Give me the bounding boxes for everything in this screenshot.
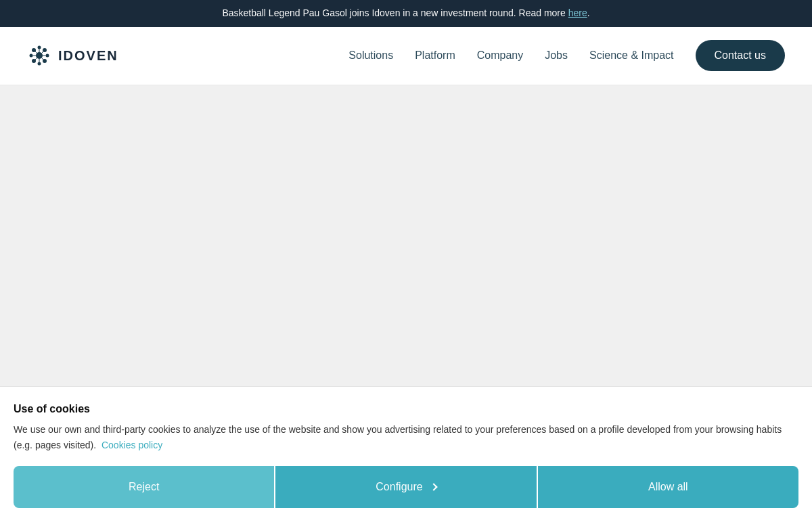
svg-line-15 bbox=[35, 58, 37, 60]
svg-line-16 bbox=[42, 58, 44, 60]
main-content bbox=[0, 85, 812, 388]
logo-text: IDOVEN bbox=[58, 48, 118, 64]
announcement-text: Basketball Legend Pau Gasol joins Idoven… bbox=[222, 7, 568, 18]
svg-point-6 bbox=[38, 62, 41, 66]
configure-button[interactable]: Configure bbox=[275, 466, 536, 508]
cookie-title: Use of cookies bbox=[14, 403, 798, 415]
svg-point-7 bbox=[30, 54, 33, 58]
nav-item-science-impact[interactable]: Science & Impact bbox=[589, 49, 674, 62]
logo-icon bbox=[27, 43, 51, 68]
header: IDOVEN Solutions Platform Company Jobs S… bbox=[0, 27, 812, 85]
chevron-right-icon bbox=[430, 483, 437, 490]
main-nav: Solutions Platform Company Jobs Science … bbox=[348, 40, 785, 71]
nav-item-company[interactable]: Company bbox=[477, 49, 523, 62]
cookie-description: We use our own and third-party cookies t… bbox=[14, 422, 798, 452]
announcement-bar: Basketball Legend Pau Gasol joins Idoven… bbox=[0, 0, 812, 27]
svg-line-14 bbox=[42, 51, 44, 54]
nav-item-solutions[interactable]: Solutions bbox=[348, 49, 393, 62]
logo[interactable]: IDOVEN bbox=[27, 43, 118, 68]
cookie-buttons: Reject Configure Allow all bbox=[14, 466, 798, 508]
announcement-link[interactable]: here bbox=[568, 7, 587, 18]
cookie-banner: Use of cookies We use our own and third-… bbox=[0, 386, 812, 508]
svg-point-5 bbox=[38, 46, 41, 49]
nav-item-jobs[interactable]: Jobs bbox=[545, 49, 568, 62]
svg-point-8 bbox=[46, 54, 49, 58]
contact-us-button[interactable]: Contact us bbox=[696, 40, 785, 71]
configure-label: Configure bbox=[376, 481, 422, 493]
svg-line-13 bbox=[35, 51, 37, 54]
cookie-policy-link[interactable]: Cookies policy bbox=[102, 440, 162, 450]
allow-all-button[interactable]: Allow all bbox=[538, 466, 798, 508]
nav-item-platform[interactable]: Platform bbox=[415, 49, 455, 62]
reject-button[interactable]: Reject bbox=[14, 466, 274, 508]
